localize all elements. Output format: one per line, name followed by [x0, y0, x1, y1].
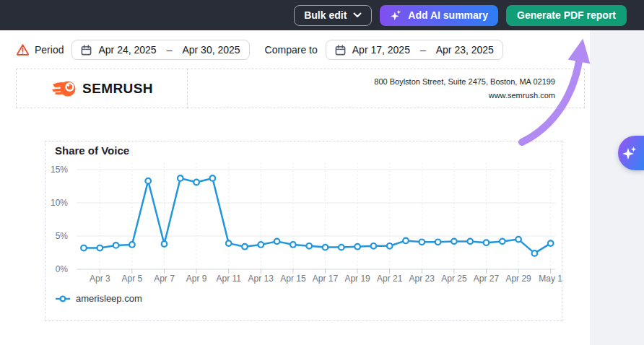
sparkles-icon: [390, 9, 402, 22]
svg-text:Apr 3: Apr 3: [90, 274, 110, 284]
svg-text:Apr 13: Apr 13: [248, 274, 274, 284]
svg-text:Apr 15: Apr 15: [280, 274, 306, 284]
share-of-voice-chart[interactable]: 0%5%10%15%Apr 3Apr 5Apr 7Apr 9Apr 11Apr …: [45, 141, 563, 289]
warning-icon: [16, 43, 30, 56]
top-action-bar: Bulk edit Add AI summary Generate PDF re…: [0, 0, 644, 30]
svg-text:Apr 5: Apr 5: [122, 274, 143, 284]
semrush-logo-icon: [51, 79, 77, 98]
period-start-date: Apr 24, 2025: [98, 44, 156, 56]
period-bar: Period Apr 24, 2025 – Apr 30, 2025 Compa…: [0, 30, 590, 60]
svg-text:Apr 9: Apr 9: [186, 274, 207, 284]
company-address: 800 Boylston Street, Suite 2475, Boston,…: [374, 77, 555, 86]
compare-end-date: Apr 23, 2025: [436, 44, 494, 56]
date-range-separator: –: [167, 44, 173, 56]
svg-text:Apr 17: Apr 17: [313, 274, 339, 284]
company-address-box: 800 Boylston Street, Suite 2475, Boston,…: [187, 69, 585, 108]
add-ai-summary-label: Add AI summary: [408, 9, 488, 21]
compare-date-range-input[interactable]: Apr 17, 2025 – Apr 23, 2025: [326, 40, 503, 60]
compare-to-label: Compare to: [265, 44, 318, 56]
brand-name: SEMRUSH: [82, 81, 153, 97]
legend-marker-icon: [55, 295, 71, 302]
date-range-separator: –: [420, 44, 426, 56]
legend-label: amerisleep.com: [76, 293, 142, 304]
chevron-down-icon: [353, 12, 362, 18]
svg-text:Apr 7: Apr 7: [154, 274, 175, 284]
add-ai-summary-button[interactable]: Add AI summary: [380, 5, 498, 26]
svg-text:Apr 19: Apr 19: [344, 274, 370, 284]
generate-pdf-report-button[interactable]: Generate PDF report: [506, 5, 627, 26]
legend-item-amerisleep[interactable]: amerisleep.com: [55, 293, 142, 304]
sparkles-icon: [622, 145, 638, 161]
calendar-icon: [81, 45, 92, 56]
company-website: www.semrush.com: [489, 91, 555, 100]
generate-pdf-label: Generate PDF report: [517, 9, 616, 21]
period-end-date: Apr 30, 2025: [182, 44, 240, 56]
compare-start-date: Apr 17, 2025: [352, 44, 410, 56]
svg-text:Apr 23: Apr 23: [409, 274, 435, 284]
svg-text:10%: 10%: [51, 198, 68, 208]
svg-text:Apr 21: Apr 21: [377, 274, 403, 284]
page: { "topbar": { "bulk_edit_label": "Bulk e…: [0, 0, 644, 345]
bulk-edit-button[interactable]: Bulk edit: [294, 5, 372, 26]
svg-text:Apr 27: Apr 27: [474, 274, 500, 284]
share-of-voice-widget: Share of Voice 0%5%10%15%Apr 3Apr 5Apr 7…: [45, 141, 562, 321]
svg-text:Apr 25: Apr 25: [441, 274, 467, 284]
svg-text:0%: 0%: [56, 264, 69, 274]
brand-logo-box: SEMRUSH: [16, 69, 188, 108]
period-label: Period: [35, 44, 64, 56]
svg-text:May 1: May 1: [539, 274, 562, 284]
svg-text:Apr 29: Apr 29: [505, 274, 531, 284]
period-date-range-input[interactable]: Apr 24, 2025 – Apr 30, 2025: [71, 40, 249, 60]
svg-text:15%: 15%: [51, 165, 68, 175]
svg-text:Apr 11: Apr 11: [216, 274, 241, 284]
report-letterhead: SEMRUSH 800 Boylston Street, Suite 2475,…: [16, 69, 585, 108]
calendar-icon: [335, 45, 346, 56]
ai-assistant-button[interactable]: [618, 136, 644, 170]
bulk-edit-label: Bulk edit: [304, 9, 347, 21]
report-canvas: Period Apr 24, 2025 – Apr 30, 2025 Compa…: [0, 30, 590, 345]
svg-text:5%: 5%: [56, 231, 69, 241]
